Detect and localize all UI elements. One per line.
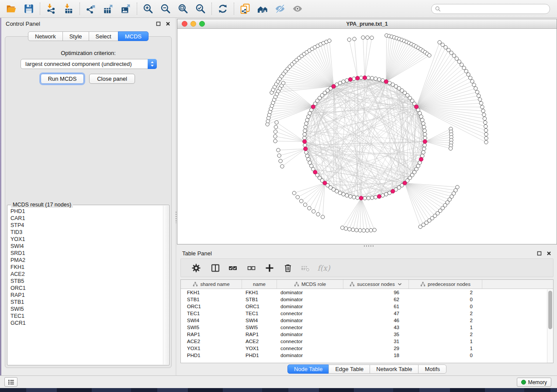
graph-node[interactable] [441,43,444,46]
search-input[interactable] [443,6,546,12]
graph-node[interactable] [299,199,303,203]
cell-shared-name[interactable]: TEC1 [181,311,242,316]
graph-node[interactable] [338,81,342,85]
run-mcds-button[interactable]: Run MCDS [41,74,84,84]
zoom-selected-button[interactable] [192,1,209,16]
graph-dominator-node[interactable] [348,77,352,81]
graph-node[interactable] [418,111,422,115]
add-column-button[interactable] [264,262,275,274]
graph-node[interactable] [428,54,431,57]
export-table-button[interactable] [100,1,117,16]
cell-MCDS-role[interactable]: dominator [277,318,343,323]
graph-node[interactable] [472,83,476,86]
window-zoom-button[interactable] [199,21,205,27]
graph-node[interactable] [444,45,447,49]
open-file-button[interactable] [3,1,20,16]
mcds-result-item[interactable]: PMA2 [10,257,163,264]
graph-node[interactable] [484,128,488,132]
zoom-out-button[interactable] [157,1,174,16]
graph-node[interactable] [344,227,348,230]
graph-node[interactable] [353,37,356,41]
cell-successor-nodes[interactable]: 31 [343,339,409,344]
column-header-predecessor-nodes[interactable]: predecessor nodes [409,280,482,289]
graph-node[interactable] [460,63,464,66]
import-network-button[interactable] [42,1,60,16]
graph-node[interactable] [303,129,307,132]
mcds-result-item[interactable]: ORC1 [10,285,163,292]
cell-predecessor-nodes[interactable]: 2 [409,318,482,323]
graph-dominator-node[interactable] [313,170,317,174]
graph-node[interactable] [370,36,374,39]
graph-node[interactable] [303,143,307,147]
cell-shared-name[interactable]: SWI4 [181,318,242,323]
optimization-criterion-select[interactable]: largest connected component (undirected) [21,59,157,69]
graph-node[interactable] [352,196,356,199]
first-neighbors-button[interactable] [254,1,271,16]
graph-node[interactable] [280,165,284,168]
table-row-FKH1[interactable]: FKH1FKH1dominator962 [181,289,553,296]
cell-name[interactable]: TEC1 [242,311,277,316]
graph-node[interactable] [303,132,306,136]
cell-MCDS-role[interactable]: dominator [277,297,343,302]
graph-node[interactable] [455,57,458,60]
graph-node[interactable] [479,101,483,105]
graph-node[interactable] [446,48,450,52]
graph-node[interactable] [361,36,365,39]
graph-node[interactable] [422,151,425,154]
cell-shared-name[interactable]: SWI5 [181,325,242,330]
graph-node[interactable] [296,195,299,199]
graph-dominator-node[interactable] [356,76,360,80]
graph-node[interactable] [308,206,311,210]
cell-successor-nodes[interactable]: 46 [343,318,409,323]
graph-node[interactable] [342,193,345,196]
cell-MCDS-role[interactable]: dominator [277,290,343,295]
graph-node[interactable] [367,196,370,200]
table-row-ORC1[interactable]: ORC1ORC1dominator610 [181,303,553,310]
cell-predecessor-nodes[interactable]: 2 [409,290,482,295]
graph-node[interactable] [475,90,479,94]
graph-node[interactable] [303,136,306,140]
graph-node[interactable] [419,115,423,118]
mcds-result-item[interactable]: TID3 [10,229,163,236]
graph-node[interactable] [377,78,381,81]
graph-node[interactable] [305,154,309,158]
graph-node[interactable] [303,203,307,206]
graph-node[interactable] [356,196,359,199]
deselect-all-button[interactable] [246,262,257,274]
graph-node[interactable] [450,51,453,55]
tab-select[interactable]: Select [89,31,118,41]
graph-node[interactable] [471,79,474,83]
mcds-result-item[interactable]: RAP1 [10,292,163,299]
graph-node[interactable] [366,229,369,232]
graph-node[interactable] [457,60,461,63]
graph-node[interactable] [362,229,365,232]
export-network-button[interactable] [82,1,100,16]
cell-successor-nodes[interactable]: 35 [343,332,409,337]
graph-node[interactable] [304,125,307,129]
graph-node[interactable] [342,80,345,83]
graph-dominator-node[interactable] [359,196,363,200]
cell-shared-name[interactable]: PHD1 [181,353,242,358]
mcds-result-item[interactable]: SWI4 [10,243,163,250]
cell-MCDS-role[interactable]: dominator [277,353,343,358]
cell-predecessor-nodes[interactable]: 1 [409,339,482,344]
graph-node[interactable] [452,54,456,57]
mcds-result-item[interactable]: STP4 [10,222,163,229]
cell-MCDS-role[interactable]: connector [277,311,343,316]
cell-name[interactable]: ACE2 [242,339,277,344]
mcds-result-item[interactable]: SWI5 [10,306,163,313]
graph-node[interactable] [349,195,352,198]
table-row-SWI4[interactable]: SWI4SWI4dominator462 [181,317,553,324]
graph-dominator-node[interactable] [303,140,307,144]
graph-dominator-node[interactable] [377,194,381,198]
graph-node[interactable] [468,76,472,79]
window-close-button[interactable] [182,21,187,27]
cell-name[interactable]: PHD1 [242,353,277,358]
graph-node[interactable] [305,118,309,122]
graph-node[interactable] [292,191,296,195]
graph-dominator-node[interactable] [391,189,395,193]
graph-node[interactable] [449,147,452,150]
cell-successor-nodes[interactable]: 47 [343,311,409,316]
table-row-RAP1[interactable]: RAP1RAP1dominator352 [181,331,553,338]
graph-node[interactable] [273,139,277,143]
